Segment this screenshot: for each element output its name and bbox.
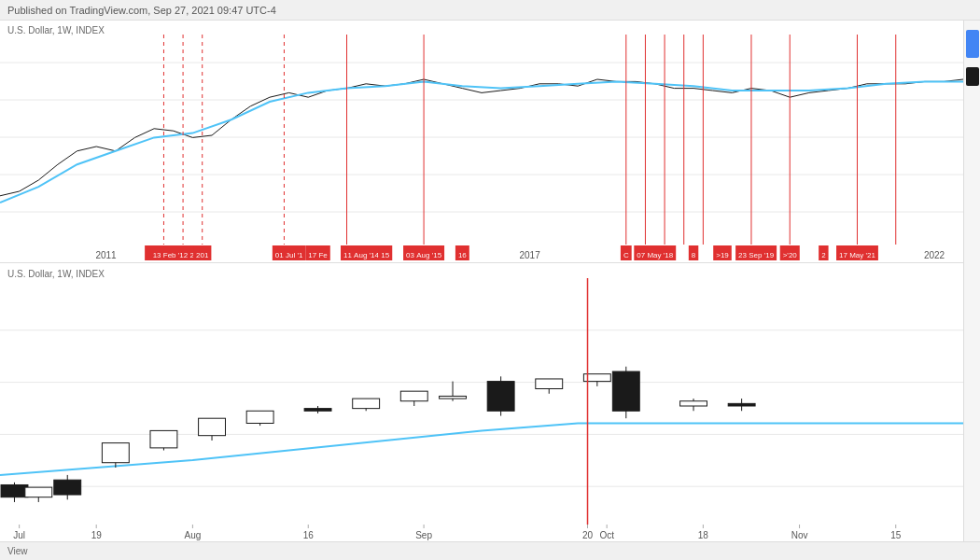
bottom-chart-label: U.S. Dollar, 1W, INDEX bbox=[7, 269, 105, 279]
top-chart: U.S. Dollar, 1W, INDEX bbox=[0, 21, 963, 263]
scrollbar-right[interactable] bbox=[963, 21, 980, 560]
header-bar: Published on TradingView.com, Sep 27, 20… bbox=[0, 0, 980, 21]
footer-text: View bbox=[7, 546, 28, 556]
bottom-chart-canvas bbox=[0, 264, 963, 541]
chart-container: U.S. Dollar, 1W, INDEX U.S. Dollar, 1W, … bbox=[0, 21, 963, 560]
published-text: Published on TradingView.com, Sep 27, 20… bbox=[7, 5, 276, 16]
scrollbar-thumb-dark[interactable] bbox=[966, 67, 979, 86]
scrollbar-thumb-blue[interactable] bbox=[966, 30, 979, 58]
bottom-chart: U.S. Dollar, 1W, INDEX bbox=[0, 264, 963, 541]
footer: View bbox=[0, 541, 980, 560]
top-chart-events bbox=[0, 244, 963, 262]
top-chart-canvas bbox=[0, 21, 963, 263]
top-chart-label: U.S. Dollar, 1W, INDEX bbox=[7, 25, 105, 35]
